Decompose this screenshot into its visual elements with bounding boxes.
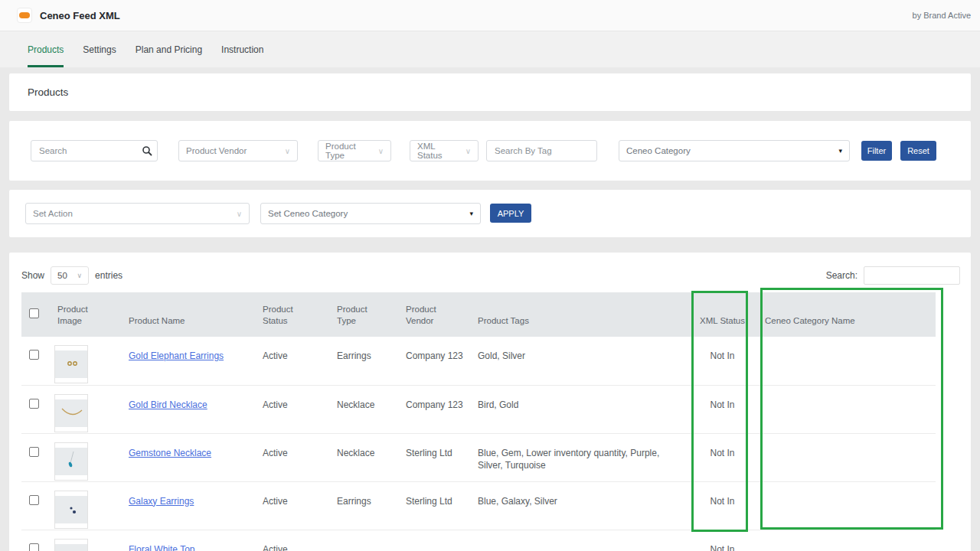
product-vendor [406, 530, 478, 551]
search-button[interactable] [137, 141, 157, 161]
caret-down-icon: ▾ [838, 147, 842, 155]
table-search-label: Search: [826, 270, 858, 281]
product-tags: Blue, Gem, Lower inventory quantity, Pur… [478, 433, 691, 481]
app-header: Ceneo Feed XML by Brand Active [0, 0, 980, 31]
table-search-input[interactable] [864, 266, 960, 285]
filter-bar: Product Vendor ∨ Product Type ∨ XML Stat… [9, 121, 971, 181]
table-search-control: Search: [826, 266, 960, 285]
column-header-product-name: Product Name [129, 292, 263, 337]
ceneo-category-value [754, 337, 936, 385]
column-header-product-status: Product Status [263, 292, 337, 337]
tab-plan-and-pricing[interactable]: Plan and Pricing [136, 31, 202, 67]
product-type: Earrings [337, 481, 406, 530]
product-thumbnail [54, 345, 88, 383]
tab-products-label: Products [28, 44, 64, 55]
product-name-link[interactable]: Floral White Top [129, 544, 194, 551]
set-action-dropdown[interactable]: Set Action ∨ [25, 203, 250, 224]
tab-instruction[interactable]: Instruction [221, 31, 263, 67]
column-header-xml-status: XML Status [691, 292, 754, 337]
product-vendor: Sterling Ltd [406, 433, 478, 481]
apply-button[interactable]: APPLY [490, 204, 531, 223]
tab-products[interactable]: Products [28, 31, 64, 67]
product-type-dropdown[interactable]: Product Type ∨ [318, 140, 391, 161]
product-tags: Blue, Galaxy, Silver [478, 481, 691, 530]
chevron-down-icon: ∨ [466, 147, 471, 155]
product-status: Active [263, 481, 337, 530]
caret-down-icon: ▾ [469, 210, 473, 217]
set-action-label: Set Action [33, 209, 73, 218]
bulk-action-bar: Set Action ∨ Set Ceneo Category ▾ APPLY [9, 190, 971, 237]
xml-status-dropdown[interactable]: XML Status ∨ [410, 140, 479, 161]
table-row: Galaxy Earrings Active Earrings Sterling… [21, 481, 936, 530]
page-size-value: 50 [57, 271, 67, 280]
ceneo-category-dropdown[interactable]: Ceneo Category ▾ [619, 140, 850, 161]
xml-status-value: Not In [691, 385, 754, 433]
app-logo-icon [17, 8, 32, 23]
product-tags [478, 530, 691, 551]
page-size-select[interactable]: 50 ∨ [51, 266, 89, 285]
set-ceneo-category-dropdown[interactable]: Set Ceneo Category ▾ [260, 203, 481, 224]
product-name-link[interactable]: Galaxy Earrings [129, 496, 194, 507]
search-by-tag-input[interactable] [486, 140, 597, 161]
chevron-down-icon: ∨ [77, 272, 82, 279]
products-table-card: Show 50 ∨ entries Search: Product Image … [9, 253, 971, 551]
select-all-checkbox[interactable] [29, 308, 39, 318]
product-vendor-label: Product Vendor [186, 146, 247, 155]
product-type-label: Product Type [325, 142, 374, 160]
ceneo-category-value [754, 385, 936, 433]
byline: by Brand Active [913, 11, 971, 20]
xml-status-value: Not In [691, 481, 754, 530]
chevron-down-icon: ∨ [237, 210, 242, 218]
search-icon [142, 145, 152, 156]
product-search-group [31, 140, 158, 161]
tab-instruction-label: Instruction [221, 44, 263, 55]
product-name-link[interactable]: Gold Bird Necklace [129, 399, 207, 410]
product-thumbnail [54, 394, 88, 432]
column-header-product-tags: Product Tags [478, 292, 691, 337]
product-vendor-dropdown[interactable]: Product Vendor ∨ [178, 140, 298, 161]
chevron-down-icon: ∨ [285, 147, 290, 155]
product-type: Earrings [337, 337, 406, 385]
row-checkbox[interactable] [29, 447, 39, 457]
row-checkbox[interactable] [29, 350, 39, 360]
column-header-product-type: Product Type [337, 292, 406, 337]
table-row: Gold Bird Necklace Active Necklace Compa… [21, 385, 936, 433]
row-checkbox[interactable] [29, 543, 39, 551]
ceneo-category-value [754, 433, 936, 481]
products-table: Product Image Product Name Product Statu… [21, 292, 936, 551]
tab-settings[interactable]: Settings [83, 31, 116, 67]
product-name-link[interactable]: Gemstone Necklace [129, 448, 211, 458]
product-status: Active [263, 530, 337, 551]
product-tags: Gold, Silver [478, 337, 691, 385]
table-header-row: Product Image Product Name Product Statu… [21, 292, 936, 337]
xml-status-value: Not In [691, 433, 754, 481]
chevron-down-icon: ∨ [378, 147, 384, 155]
reset-button[interactable]: Reset [900, 141, 936, 161]
column-header-product-vendor: Product Vendor [406, 292, 478, 337]
product-name-link[interactable]: Gold Elephant Earrings [129, 350, 224, 361]
filter-button[interactable]: Filter [861, 141, 892, 161]
table-row: Floral White Top Active Not In [21, 530, 936, 551]
ceneo-category-value [754, 530, 936, 551]
product-vendor: Company 123 [406, 385, 478, 433]
app-title: Ceneo Feed XML [40, 10, 120, 21]
product-vendor: Sterling Ltd [406, 481, 478, 530]
page-title-card: Products [9, 73, 971, 111]
xml-status-label: XML Status [417, 142, 461, 160]
ceneo-category-label: Ceneo Category [626, 146, 691, 155]
entries-label: entries [95, 270, 122, 281]
row-checkbox[interactable] [29, 495, 39, 505]
product-type: Necklace [337, 385, 406, 433]
product-search-input[interactable] [31, 146, 137, 155]
product-vendor: Company 123 [406, 337, 478, 385]
row-checkbox[interactable] [29, 399, 39, 409]
column-header-ceneo-category-name: Ceneo Category Name [754, 292, 936, 337]
product-type: Necklace [337, 433, 406, 481]
show-label: Show [21, 270, 44, 281]
xml-status-value: Not In [691, 530, 754, 551]
product-status: Active [263, 385, 337, 433]
page-title: Products [28, 86, 68, 98]
column-header-product-image: Product Image [51, 292, 129, 337]
ceneo-category-value [754, 481, 936, 530]
table-controls: Show 50 ∨ entries Search: [9, 253, 971, 292]
